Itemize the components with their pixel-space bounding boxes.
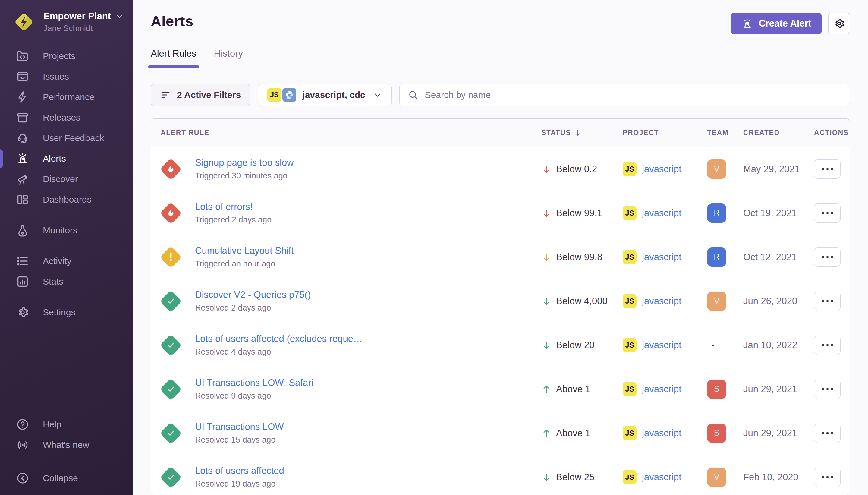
sidebar-item-stats[interactable]: Stats: [0, 271, 133, 292]
table-body: Signup page is too slow Triggered 30 min…: [151, 147, 850, 495]
alert-rule-link[interactable]: Lots of errors!: [195, 201, 272, 212]
search-input[interactable]: [425, 90, 842, 100]
project-link[interactable]: javascript: [642, 296, 681, 307]
chevron-down-icon: [115, 12, 124, 20]
sidebar-item-label: User Feedback: [43, 133, 104, 143]
team-avatar[interactable]: R: [707, 248, 726, 267]
team-avatar[interactable]: R: [707, 204, 726, 223]
arrow-down-icon: [541, 340, 552, 350]
alert-rule-link[interactable]: Discover V2 - Queries p75(): [195, 289, 311, 300]
project-link[interactable]: javascript: [642, 384, 681, 395]
project-selector[interactable]: JS javascript, cdc: [258, 84, 391, 106]
alert-settings-button[interactable]: [828, 13, 850, 34]
row-actions-button[interactable]: [814, 336, 840, 355]
actions-cell: [814, 379, 850, 399]
alert-rule-cell: Lots of users affected (excludes reque… …: [151, 334, 541, 357]
column-header-created[interactable]: Created: [743, 129, 814, 137]
performance-icon: [16, 90, 30, 104]
row-actions-button[interactable]: [814, 204, 840, 223]
sidebar-item-label: Projects: [43, 51, 75, 61]
row-actions-button[interactable]: [814, 291, 840, 311]
row-actions-button[interactable]: [814, 424, 840, 443]
sidebar-item-label: Dashboards: [43, 194, 92, 205]
status-threshold: Below 20: [556, 340, 595, 351]
alert-rule-cell: Discover V2 - Queries p75() Resolved 2 d…: [151, 289, 541, 313]
alert-rule-row: UI Transactions LOW: Safari Resolved 9 d…: [151, 367, 850, 411]
sidebar-item-releases[interactable]: Releases: [0, 107, 133, 128]
project-link[interactable]: javascript: [642, 340, 681, 351]
column-header-status[interactable]: Status: [541, 129, 623, 137]
project-link[interactable]: javascript: [642, 428, 681, 439]
row-actions-button[interactable]: [814, 159, 840, 179]
team-avatar[interactable]: S: [707, 424, 726, 443]
sidebar: Empower Plant Jane Schmidt ProjectsIssue…: [0, 0, 133, 495]
alert-rule-row: Lots of errors! Triggered 2 days ago Bel…: [151, 191, 850, 235]
row-actions-button[interactable]: [814, 379, 840, 399]
column-header-actions[interactable]: Actions: [814, 129, 850, 137]
search-field[interactable]: [399, 84, 850, 106]
tab-alert-rules[interactable]: Alert Rules: [151, 48, 196, 68]
column-header-alert-rule[interactable]: Alert Rule: [151, 129, 541, 137]
sidebar-item-discover[interactable]: Discover: [0, 169, 133, 189]
alert-rule-link[interactable]: Lots of users affected: [195, 465, 284, 476]
sidebar-item-label: Activity: [43, 256, 71, 266]
sidebar-item-collapse[interactable]: Collapse: [0, 468, 133, 488]
team-cell: R: [707, 204, 743, 223]
status-threshold: Below 4,000: [556, 296, 608, 307]
alert-rule-link[interactable]: UI Transactions LOW: [195, 422, 284, 432]
status-threshold: Below 99.8: [556, 252, 602, 262]
javascript-platform-icon: JS: [267, 88, 281, 102]
column-header-team[interactable]: Team: [707, 129, 743, 137]
sidebar-item-what-s-new[interactable]: What's new: [0, 435, 133, 455]
sidebar-item-dashboards[interactable]: Dashboards: [0, 189, 133, 210]
sidebar-item-help[interactable]: Help: [0, 414, 133, 435]
sidebar-item-activity[interactable]: Activity: [0, 251, 133, 271]
project-link[interactable]: javascript: [642, 252, 681, 262]
arrow-down-icon: [541, 296, 552, 306]
arrow-down-icon: [541, 208, 552, 218]
alert-rule-link[interactable]: Signup page is too slow: [195, 157, 294, 168]
team-avatar[interactable]: V: [707, 159, 726, 179]
alert-rules-table: Alert RuleStatusProjectTeamCreatedAction…: [151, 118, 850, 495]
create-alert-button[interactable]: Create Alert: [731, 13, 821, 34]
sidebar-item-monitors[interactable]: Monitors: [0, 220, 133, 241]
sidebar-item-label: Collapse: [43, 473, 78, 483]
alert-rule-link[interactable]: Cumulative Layout Shift: [195, 245, 294, 256]
filter-icon: [160, 89, 171, 100]
column-header-project[interactable]: Project: [623, 129, 707, 137]
sidebar-item-performance[interactable]: Performance: [0, 87, 133, 107]
sidebar-item-alerts[interactable]: Alerts: [0, 148, 133, 169]
sidebar-item-label: Alerts: [43, 153, 66, 164]
status-cell: Below 20: [541, 340, 623, 351]
status-threshold: Below 25: [556, 472, 595, 483]
project-link[interactable]: javascript: [642, 164, 681, 174]
sidebar-item-user-feedback[interactable]: User Feedback: [0, 128, 133, 148]
alert-rule-subtitle: Resolved 4 days ago: [195, 347, 363, 357]
tab-bar: Alert RulesHistory: [151, 48, 850, 68]
row-actions-button[interactable]: [814, 467, 840, 487]
team-avatar[interactable]: V: [707, 291, 726, 311]
alert-rule-link[interactable]: Lots of users affected (excludes reque…: [195, 334, 363, 344]
team-avatar[interactable]: V: [707, 467, 726, 487]
tab-history[interactable]: History: [214, 48, 243, 68]
active-filters-button[interactable]: 2 Active Filters: [151, 84, 250, 106]
org-switcher[interactable]: Empower Plant Jane Schmidt: [0, 0, 133, 41]
javascript-platform-icon: JS: [623, 294, 637, 308]
created-date: Jan 10, 2022: [743, 340, 814, 351]
team-avatar[interactable]: S: [707, 379, 726, 399]
project-link[interactable]: javascript: [642, 472, 681, 483]
row-actions-button[interactable]: [814, 248, 840, 267]
sidebar-item-projects[interactable]: Projects: [0, 46, 133, 66]
status-cell: Above 1: [541, 384, 623, 395]
sidebar-group-1: ProjectsIssuesPerformanceReleasesUser Fe…: [0, 46, 133, 210]
sidebar-item-settings[interactable]: Settings: [0, 302, 133, 323]
sidebar-item-issues[interactable]: Issues: [0, 66, 133, 87]
created-date: Oct 12, 2021: [743, 252, 814, 262]
org-name: Empower Plant: [44, 11, 111, 22]
sidebar-item-label: Issues: [43, 71, 69, 82]
alert-rule-subtitle: Resolved 19 days ago: [195, 479, 284, 489]
alert-rule-link[interactable]: UI Transactions LOW: Safari: [195, 377, 313, 388]
sidebar-group-4: Settings: [0, 302, 133, 323]
team-cell: V: [707, 291, 743, 311]
project-link[interactable]: javascript: [642, 208, 681, 219]
